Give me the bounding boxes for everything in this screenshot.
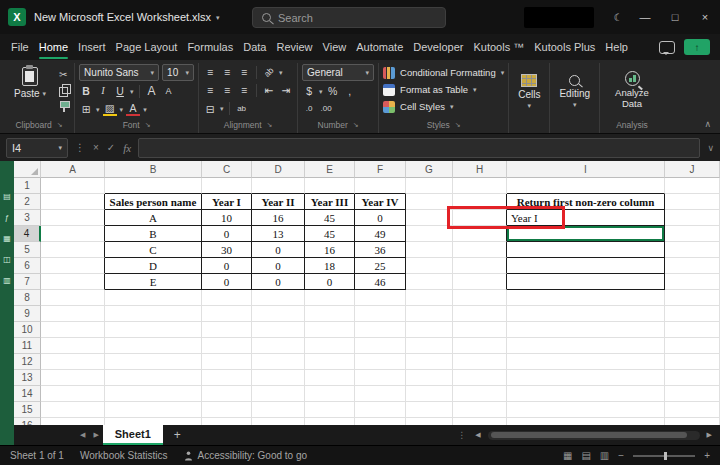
cell-D8[interactable] — [252, 290, 305, 306]
paste-dropdown-icon[interactable]: ▾ — [43, 90, 47, 97]
cell-I9[interactable] — [507, 306, 665, 322]
column-header-H[interactable]: H — [453, 161, 507, 178]
cell-D5[interactable]: 0 — [252, 242, 305, 258]
decrease-font-size-button[interactable]: A — [162, 84, 176, 99]
cell-F9[interactable] — [355, 306, 406, 322]
cell-F12[interactable] — [355, 354, 406, 370]
cell-E4[interactable]: 45 — [305, 226, 355, 242]
cell-C13[interactable] — [202, 370, 252, 386]
cell-J8[interactable] — [665, 290, 720, 306]
cell-C16[interactable] — [202, 418, 252, 425]
cell-A5[interactable] — [41, 242, 105, 258]
select-all-corner[interactable] — [14, 161, 41, 178]
cell-F14[interactable] — [355, 386, 406, 402]
cell-A6[interactable] — [41, 258, 105, 274]
cell-D10[interactable] — [252, 322, 305, 338]
cell-J5[interactable] — [665, 242, 720, 258]
cell-A4[interactable] — [41, 226, 105, 242]
cell-B7[interactable]: E — [105, 274, 202, 290]
cell-B12[interactable] — [105, 354, 202, 370]
cell-A15[interactable] — [41, 402, 105, 418]
italic-button[interactable]: I — [96, 84, 110, 99]
bold-button[interactable]: B — [79, 84, 93, 99]
menu-tab-page-layout[interactable]: Page Layout — [111, 34, 183, 60]
appearance-moon-icon[interactable]: ☾ — [606, 0, 630, 34]
underline-dropdown-icon[interactable]: ▾ — [130, 88, 134, 95]
cell-I11[interactable] — [507, 338, 665, 354]
row-header-16[interactable]: 16 — [14, 418, 41, 425]
menu-tab-review[interactable]: Review — [271, 34, 317, 60]
cell-G2[interactable] — [406, 194, 453, 210]
column-header-F[interactable]: F — [355, 161, 406, 178]
cell-C5[interactable]: 30 — [202, 242, 252, 258]
cancel-entry-icon[interactable]: × — [93, 142, 99, 153]
zoom-slider-thumb[interactable] — [664, 452, 667, 460]
cell-F10[interactable] — [355, 322, 406, 338]
cell-I8[interactable] — [507, 290, 665, 306]
scroll-right-button[interactable]: ▶ — [705, 431, 714, 439]
sheet-scroll-right-icon[interactable]: ▶ — [89, 431, 102, 439]
cell-H13[interactable] — [453, 370, 507, 386]
menu-tab-file[interactable]: File — [6, 34, 34, 60]
cell-F5[interactable]: 36 — [355, 242, 406, 258]
accounting-dropdown-icon[interactable]: ▾ — [319, 88, 323, 95]
cell-A11[interactable] — [41, 338, 105, 354]
column-header-B[interactable]: B — [105, 161, 202, 178]
cell-A12[interactable] — [41, 354, 105, 370]
cell-D4[interactable]: 13 — [252, 226, 305, 242]
cell-H5[interactable] — [453, 242, 507, 258]
accounting-format-button[interactable]: $ — [302, 84, 316, 99]
scroll-left-button[interactable]: ◀ — [473, 431, 482, 439]
page-layout-view-button[interactable]: ▤ — [581, 450, 590, 461]
cells-dropdown-icon[interactable]: ▾ — [528, 102, 532, 109]
sheet-tab-sheet1[interactable]: Sheet1 — [103, 425, 163, 445]
cell-G1[interactable] — [406, 178, 453, 194]
sheet-scroll-left-icon[interactable]: ◀ — [76, 431, 89, 439]
title-dropdown-icon[interactable]: ▾ — [216, 14, 220, 21]
cell-J7[interactable] — [665, 274, 720, 290]
cell-J3[interactable] — [665, 210, 720, 226]
cell-J11[interactable] — [665, 338, 720, 354]
cell-H1[interactable] — [453, 178, 507, 194]
cell-F2[interactable]: Year IV — [355, 194, 406, 210]
cell-E7[interactable]: 0 — [305, 274, 355, 290]
cell-F13[interactable] — [355, 370, 406, 386]
horizontal-scrollbar-thumb[interactable] — [491, 432, 687, 438]
editing-dropdown-icon[interactable]: ▾ — [573, 101, 577, 108]
kutools-pane-icon-5[interactable]: ▥ — [3, 277, 11, 285]
row-header-9[interactable]: 9 — [14, 306, 41, 322]
cell-H7[interactable] — [453, 274, 507, 290]
scrollbar-splitter-icon[interactable]: ⋮ — [457, 430, 466, 440]
increase-font-size-button[interactable]: A — [145, 84, 159, 99]
cell-B11[interactable] — [105, 338, 202, 354]
cell-A9[interactable] — [41, 306, 105, 322]
menu-tab-view[interactable]: View — [318, 34, 352, 60]
merge-center-button[interactable]: ⊟ — [203, 101, 217, 116]
align-right-button[interactable]: ≡ — [237, 83, 251, 98]
decrease-indent-button[interactable]: ⇤ — [262, 83, 276, 98]
borders-dropdown-icon[interactable]: ▾ — [96, 106, 100, 113]
cell-D11[interactable] — [252, 338, 305, 354]
column-header-E[interactable]: E — [305, 161, 355, 178]
number-dialog-launcher-icon[interactable]: ↘ — [353, 121, 359, 129]
cell-D1[interactable] — [252, 178, 305, 194]
cell-G15[interactable] — [406, 402, 453, 418]
cell-F4[interactable]: 49 — [355, 226, 406, 242]
cell-A10[interactable] — [41, 322, 105, 338]
cell-E12[interactable] — [305, 354, 355, 370]
row-header-2[interactable]: 2 — [14, 194, 41, 210]
cell-G12[interactable] — [406, 354, 453, 370]
menu-tab-home[interactable]: Home — [34, 34, 73, 60]
cell-B13[interactable] — [105, 370, 202, 386]
font-size-select[interactable]: 10▾ — [162, 64, 194, 81]
cell-J14[interactable] — [665, 386, 720, 402]
cell-I14[interactable] — [507, 386, 665, 402]
percent-style-button[interactable]: % — [326, 84, 340, 99]
format-as-table-button[interactable]: Format as Table▾ — [383, 81, 504, 98]
cell-A1[interactable] — [41, 178, 105, 194]
orientation-dropdown-icon[interactable]: ▾ — [279, 69, 283, 76]
excel-app-icon[interactable]: X — [8, 8, 26, 26]
column-header-G[interactable]: G — [406, 161, 453, 178]
font-dialog-launcher-icon[interactable]: ↘ — [145, 121, 151, 129]
cell-B8[interactable] — [105, 290, 202, 306]
